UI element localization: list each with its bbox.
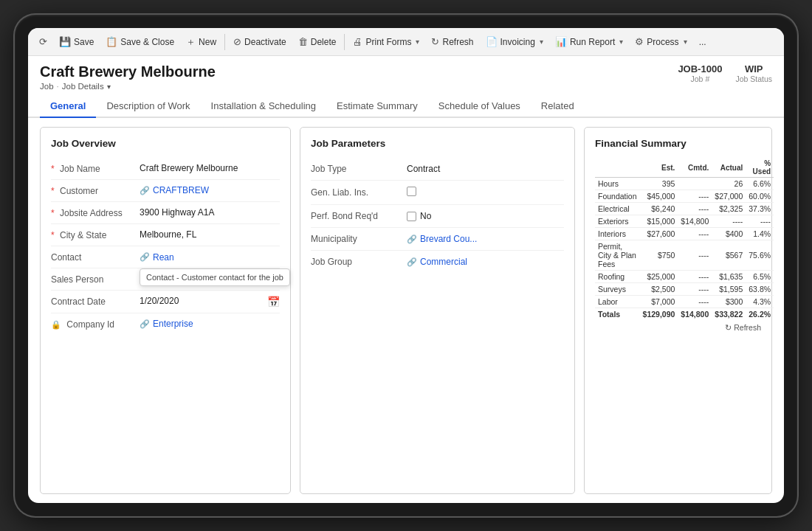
breadcrumb-dropdown-icon[interactable]: ▾ bbox=[107, 83, 111, 91]
tab-general[interactable]: General bbox=[40, 95, 96, 118]
fin-cell-actual-4: $400 bbox=[712, 228, 746, 240]
fin-cell-cmtd-8: ---- bbox=[678, 296, 712, 308]
breadcrumb-details[interactable]: Job Details bbox=[62, 82, 104, 91]
fin-cell-pct-8: 4.3% bbox=[746, 296, 774, 308]
job-group-label: Job Group bbox=[311, 257, 407, 267]
contact-link[interactable]: 🔗 Rean bbox=[140, 252, 174, 263]
fin-cell-name-8: Labor bbox=[595, 296, 640, 308]
totals-label bbox=[595, 308, 640, 321]
refresh-button[interactable]: ↻ Refresh bbox=[426, 33, 478, 50]
fin-cell-name-0: Hours bbox=[595, 178, 640, 190]
perf-bond-label: Perf. Bond Req'd bbox=[311, 211, 407, 221]
fin-cell-pct-6: 6.5% bbox=[746, 271, 774, 283]
totals-pct: 26.2% bbox=[746, 308, 774, 321]
job-params-panel: Job Parameters Job Type Contract Gen. Li… bbox=[300, 127, 575, 494]
save-close-button[interactable]: 📋 Save & Close bbox=[100, 33, 179, 50]
fin-cell-est-7: $2,500 bbox=[640, 283, 678, 296]
fin-row-4: Interiors $27,600 ---- $400 1.4% bbox=[595, 228, 774, 240]
page-title: Craft Brewery Melbourne bbox=[40, 63, 216, 80]
gen-liab-checkbox[interactable] bbox=[407, 187, 416, 196]
customer-link[interactable]: 🔗 CRAFTBREW bbox=[140, 185, 280, 195]
new-button[interactable]: ＋ New bbox=[181, 32, 221, 52]
job-name-label: * Job Name bbox=[51, 163, 140, 174]
col-cmtd: Cmtd. bbox=[678, 158, 712, 178]
municipality-row: Municipality 🔗 Brevard Cou... bbox=[311, 228, 564, 251]
job-name-value[interactable]: Craft Brewery Melbourne bbox=[140, 163, 280, 173]
contract-date-label: Contract Date bbox=[51, 296, 140, 307]
link-icon-municipality: 🔗 bbox=[407, 235, 417, 244]
tab-installation[interactable]: Installation & Scheduling bbox=[201, 95, 326, 118]
job-number-value: JOB-1000 bbox=[678, 63, 722, 74]
fin-table-body: Hours 395 26 6.6% Foundation $45,000 ---… bbox=[595, 178, 774, 308]
fin-cell-name-5: Permit, City & Plan Fees bbox=[595, 240, 640, 271]
required-star-3: * bbox=[51, 208, 55, 218]
fin-cell-actual-7: $1,595 bbox=[712, 283, 746, 296]
company-id-label: 🔒 Company Id bbox=[51, 319, 140, 330]
fin-cell-actual-1: $27,000 bbox=[712, 190, 746, 203]
process-button[interactable]: ⚙ Process bbox=[630, 33, 692, 50]
fin-cell-name-3: Exteriors bbox=[595, 215, 640, 228]
fin-row-0: Hours 395 26 6.6% bbox=[595, 178, 774, 190]
perf-bond-value: No bbox=[407, 211, 564, 221]
financial-title: Financial Summary bbox=[595, 138, 761, 149]
financial-refresh[interactable]: ↻ Refresh bbox=[595, 323, 761, 332]
col-est: Est. bbox=[640, 158, 678, 178]
refresh-small-icon: ↻ bbox=[725, 323, 732, 332]
screen: ⟳ 💾 Save 📋 Save & Close ＋ New ⊘ Deactiva… bbox=[28, 28, 784, 503]
city-state-value[interactable]: Melbourne, FL bbox=[140, 229, 280, 240]
tab-related[interactable]: Related bbox=[531, 95, 585, 118]
gen-liab-value bbox=[407, 187, 564, 198]
report-icon: 📊 bbox=[555, 36, 567, 47]
breadcrumb-sep: · bbox=[57, 82, 59, 91]
fin-cell-actual-2: $2,325 bbox=[712, 203, 746, 215]
invoicing-button[interactable]: 📄 Invoicing bbox=[481, 33, 548, 50]
job-group-link[interactable]: 🔗 Commercial bbox=[407, 257, 564, 267]
save-button[interactable]: 💾 Save bbox=[54, 33, 99, 50]
tabs-bar: General Description of Work Installation… bbox=[28, 95, 784, 118]
fin-cell-name-4: Interiors bbox=[595, 228, 640, 240]
required-star-2: * bbox=[51, 186, 55, 196]
col-name bbox=[595, 158, 640, 178]
calendar-icon[interactable]: 📅 bbox=[267, 296, 280, 308]
tab-estimate[interactable]: Estimate Summary bbox=[326, 95, 428, 118]
fin-cell-name-7: Surveys bbox=[595, 283, 640, 296]
fin-cell-cmtd-2: ---- bbox=[678, 203, 712, 215]
municipality-link[interactable]: 🔗 Brevard Cou... bbox=[407, 234, 564, 244]
jobsite-value[interactable]: 3900 Highway A1A bbox=[140, 207, 280, 218]
fin-cell-actual-8: $300 bbox=[712, 296, 746, 308]
fin-cell-pct-5: 75.6% bbox=[746, 240, 774, 271]
totals-actual: $33,822 bbox=[712, 308, 746, 321]
contact-tooltip: Contact - Customer contact for the job bbox=[140, 268, 290, 286]
customer-value: 🔗 CRAFTBREW bbox=[140, 185, 280, 195]
deactivate-button[interactable]: ⊘ Deactivate bbox=[228, 33, 292, 50]
run-report-button[interactable]: 📊 Run Report bbox=[550, 33, 628, 50]
fin-cell-pct-2: 37.3% bbox=[746, 203, 774, 215]
delete-button[interactable]: 🗑 Delete bbox=[293, 33, 342, 50]
contact-label: Contact bbox=[51, 251, 140, 263]
history-button[interactable]: ⟳ bbox=[34, 33, 52, 50]
job-type-value: Contract bbox=[407, 164, 564, 174]
fin-cell-est-4: $27,600 bbox=[640, 228, 678, 240]
perf-bond-checkbox[interactable] bbox=[407, 212, 416, 221]
tab-description[interactable]: Description of Work bbox=[96, 95, 200, 118]
breadcrumb-job[interactable]: Job bbox=[40, 82, 54, 91]
tab-schedule[interactable]: Schedule of Values bbox=[428, 95, 531, 118]
contact-value: 🔗 Rean Contact - Customer contact for th… bbox=[140, 251, 280, 263]
fin-cell-cmtd-0 bbox=[678, 178, 712, 190]
title-area: Craft Brewery Melbourne Job · Job Detail… bbox=[40, 63, 216, 91]
print-forms-button[interactable]: 🖨 Print Forms bbox=[348, 33, 424, 50]
totals-row: $129,090 $14,800 $33,822 26.2% bbox=[595, 308, 774, 321]
fin-cell-est-5: $750 bbox=[640, 240, 678, 271]
plus-icon: ＋ bbox=[186, 35, 196, 49]
fin-cell-est-0: 395 bbox=[640, 178, 678, 190]
toolbar: ⟳ 💾 Save 📋 Save & Close ＋ New ⊘ Deactiva… bbox=[28, 28, 784, 56]
fin-table-header: Est. Cmtd. Actual % Used bbox=[595, 158, 774, 178]
more-button[interactable]: ... bbox=[694, 34, 712, 50]
jobsite-row: * Jobsite Address 3900 Highway A1A bbox=[51, 202, 280, 224]
fin-cell-est-3: $15,000 bbox=[640, 215, 678, 228]
company-id-link[interactable]: 🔗 Enterprise bbox=[140, 319, 280, 329]
page-header: Craft Brewery Melbourne Job · Job Detail… bbox=[28, 56, 784, 91]
fin-cell-est-8: $7,000 bbox=[640, 296, 678, 308]
fin-cell-cmtd-5: ---- bbox=[678, 240, 712, 271]
fin-cell-name-6: Roofing bbox=[595, 271, 640, 283]
